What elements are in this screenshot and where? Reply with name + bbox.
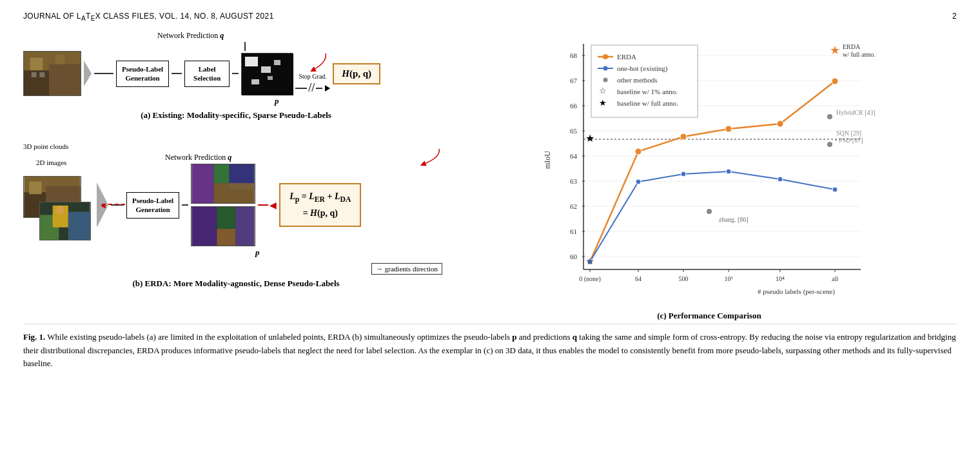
caption-b: (b) ERDA: More Modality-agnostic, Dense … (23, 278, 449, 289)
svg-rect-30 (236, 207, 255, 246)
svg-text:0 (none): 0 (none) (579, 275, 601, 283)
p-label-a: p (275, 96, 449, 106)
svg-text:500: 500 (679, 275, 689, 282)
svg-rect-3 (30, 58, 43, 71)
svg-rect-4 (55, 55, 65, 64)
svg-text:☆: ☆ (599, 86, 607, 95)
svg-rect-20 (68, 212, 90, 240)
svg-point-87 (832, 187, 838, 192)
svg-text:other methods: other methods (617, 76, 658, 84)
svg-rect-1 (24, 71, 49, 96)
svg-text:HybridCR [43]: HybridCR [43] (836, 109, 876, 116)
svg-text:66: 66 (570, 102, 578, 110)
network-pred-label-b: Network Prediction q (165, 153, 231, 162)
gradient-legend: → gradients direction (23, 263, 449, 275)
svg-text:63: 63 (570, 177, 578, 185)
svg-text:65: 65 (570, 127, 578, 135)
wedge-a (84, 61, 92, 86)
svg-text:68: 68 (570, 52, 578, 59)
svg-point-83 (636, 179, 641, 184)
svg-text:10³: 10³ (725, 275, 733, 282)
svg-text:w/ full anno.: w/ full anno. (843, 51, 876, 58)
svg-point-78 (680, 133, 687, 140)
svg-text:zhang. [86]: zhang. [86] (719, 216, 749, 223)
svg-text:baseline w/ 1% anno.: baseline w/ 1% anno. (617, 88, 678, 95)
pseudo-label-gen-box-b: Pseudo-LabelGeneration (126, 192, 179, 219)
svg-text:# pseudo labels (per-scene): # pseudo labels (per-scene) (758, 288, 835, 296)
svg-rect-26 (214, 183, 255, 203)
svg-point-21 (56, 206, 64, 215)
svg-text:baseline w/ full anno.: baseline w/ full anno. (617, 99, 678, 107)
p-label-b: p (255, 248, 449, 258)
label-3d: 3D point clouds (23, 142, 68, 150)
svg-text:★: ★ (599, 98, 607, 108)
svg-point-93 (707, 209, 712, 214)
svg-rect-6 (39, 72, 44, 77)
h-box-a: H(p, q) (333, 63, 380, 84)
svg-point-80 (777, 121, 783, 127)
performance-chart: 60 61 62 63 64 65 (462, 31, 957, 315)
svg-point-81 (832, 78, 838, 84)
svg-rect-23 (192, 164, 214, 203)
svg-text:60: 60 (570, 253, 578, 260)
svg-rect-8 (245, 57, 258, 66)
sparse-label-image (241, 53, 293, 95)
svg-rect-9 (261, 66, 271, 73)
svg-rect-16 (29, 182, 41, 194)
svg-point-77 (635, 148, 642, 155)
svg-point-107 (603, 78, 608, 83)
right-panel: 60 61 62 63 64 65 (462, 31, 957, 315)
svg-text:ERDA: ERDA (843, 43, 861, 50)
svg-text:SQN [29]: SQN [29] (836, 130, 861, 137)
svg-point-105 (603, 66, 608, 71)
svg-rect-5 (32, 72, 37, 77)
stop-grad-label: Stop Grad. (299, 73, 327, 80)
page-number: 2 (952, 12, 957, 22)
journal-header-text: JOURNAL OF LATEX CLASS FILES, VOL. 14, N… (23, 12, 274, 22)
diagram-a: Network Prediction q (23, 31, 449, 121)
svg-text:★: ★ (830, 44, 840, 57)
fig-caption: Fig. 1. While existing pseudo-labels (a)… (23, 324, 957, 369)
network-pred-label-a: Network Prediction q (157, 31, 224, 41)
svg-rect-11 (268, 76, 273, 80)
svg-point-98 (827, 142, 832, 147)
svg-point-79 (725, 126, 732, 132)
svg-text:10⁴: 10⁴ (776, 275, 785, 282)
caption-a: (a) Existing: Modality-specific, Sparse … (23, 110, 449, 121)
svg-text:62: 62 (570, 202, 577, 210)
svg-point-85 (726, 169, 731, 174)
svg-text:61: 61 (570, 228, 577, 235)
svg-text:64: 64 (570, 152, 578, 160)
svg-text:one-hot (existing): one-hot (existing) (617, 64, 668, 73)
svg-text:all: all (832, 275, 838, 282)
svg-point-95 (827, 114, 832, 119)
pseudo-label-gen-box-a: Pseudo-LabelGeneration (116, 61, 169, 87)
svg-rect-12 (251, 79, 259, 84)
svg-text:mIoU: mIoU (543, 151, 552, 169)
svg-point-86 (778, 177, 783, 182)
left-panel: Network Prediction q (23, 31, 449, 315)
svg-point-84 (681, 171, 686, 177)
svg-rect-10 (274, 60, 280, 65)
svg-text:• PSD [87]: • PSD [87] (835, 137, 863, 144)
svg-text:ERDA: ERDA (617, 53, 636, 61)
label-selection-box: LabelSelection (184, 61, 230, 87)
svg-rect-29 (217, 207, 236, 229)
diagram-b: 3D point clouds 2D images Network Predic… (23, 142, 449, 289)
svg-text:☆: ☆ (586, 257, 594, 266)
stacked-images-b (23, 176, 94, 240)
svg-text:★: ★ (585, 133, 594, 144)
svg-rect-31 (217, 229, 236, 246)
svg-rect-28 (192, 207, 217, 246)
svg-text:67: 67 (570, 77, 578, 84)
svg-point-102 (603, 54, 608, 59)
scene-image-a (23, 51, 81, 96)
seg-images-b (191, 164, 255, 246)
lp-box: Lp = LER + LDA = H(p, q) (279, 183, 361, 227)
svg-rect-24 (214, 164, 230, 183)
svg-text:64: 64 (635, 275, 642, 282)
svg-rect-2 (49, 64, 81, 96)
